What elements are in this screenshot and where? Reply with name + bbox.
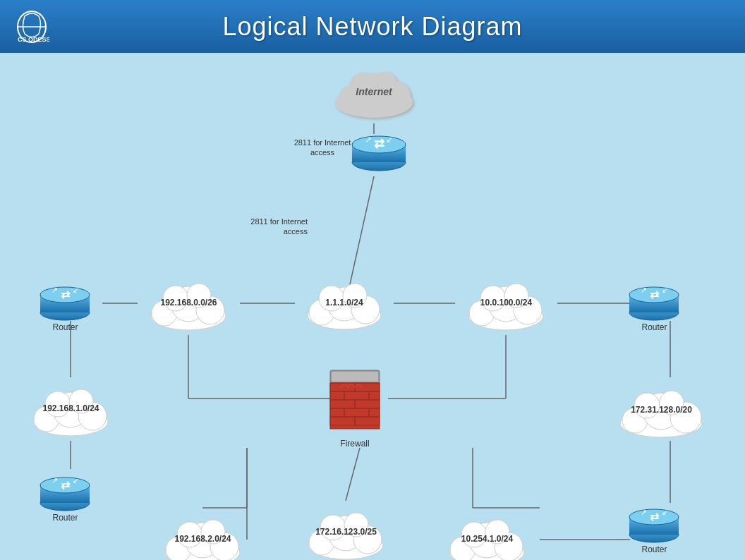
svg-text:↙: ↙ (386, 135, 393, 145)
cloud-center-label: 1.1.1.0/24 (325, 298, 363, 309)
firewall-label: Firewall (340, 439, 369, 449)
header: CS ODESSA Logical Network Diagram (0, 0, 745, 53)
cloud-right-bottom: 172.31.128.0/20 (607, 379, 716, 442)
svg-text:⇄: ⇄ (374, 137, 384, 151)
cloud-br: 10.254.1.0/24 (436, 508, 538, 560)
cloud-bm: 172.16.123.0/25 (295, 501, 397, 560)
router-top: ⇄ ↗ ↙ 2811 for Internet access (347, 127, 411, 193)
cloud-left: 192.168.0.0/26 (138, 272, 240, 335)
svg-text:⇄: ⇄ (650, 288, 660, 300)
svg-line-19 (346, 448, 360, 501)
logo-icon: CS ODESSA (14, 9, 49, 44)
internet-cloud: Internet (325, 60, 423, 123)
logo-area: CS ODESSA (14, 9, 49, 44)
router-right-top-label: Router (641, 322, 667, 332)
svg-text:↗: ↗ (52, 286, 58, 294)
internet-label: Internet (356, 85, 392, 98)
firewall-node: Firewall (323, 367, 387, 449)
cloud-left-bottom: 192.168.1.0/24 (20, 377, 122, 441)
diagram: Internet ⇄ ↗ ↙ 2811 for Internet access (0, 53, 745, 560)
router-right-bottom-label: Router (641, 544, 667, 554)
router-left-bottom-label: Router (52, 513, 78, 523)
svg-text:⇄: ⇄ (61, 288, 71, 300)
cloud-left-label: 192.168.0.0/26 (160, 298, 217, 309)
router-right-bottom: ⇄ ↗ ↙ Router (628, 501, 681, 554)
router-top-note: 2811 for Internet access (291, 138, 354, 158)
cloud-bl: 192.168.2.0/24 (152, 508, 254, 560)
router-top-note-text: 2811 for Internet access (237, 217, 308, 237)
svg-text:↙: ↙ (73, 286, 79, 294)
cloud-right-label: 10.0.100.0/24 (480, 298, 532, 309)
svg-rect-91 (332, 372, 378, 382)
cloud-bm-label: 172.16.123.0/25 (315, 527, 377, 538)
svg-text:↗: ↗ (641, 286, 647, 294)
svg-text:↗: ↗ (641, 508, 647, 516)
svg-text:↗: ↗ (52, 476, 58, 485)
cloud-br-label: 10.254.1.0/24 (461, 534, 513, 545)
svg-text:⇄: ⇄ (61, 479, 71, 491)
svg-text:↙: ↙ (662, 508, 668, 516)
svg-text:↙: ↙ (73, 476, 79, 485)
router-left-top: ⇄ ↗ ↙ Router (39, 279, 92, 332)
cloud-right-bottom-label: 172.31.128.0/20 (631, 405, 692, 416)
svg-text:↙: ↙ (662, 286, 668, 294)
router-top-icon: ⇄ ↗ ↙ (351, 127, 407, 173)
svg-text:⇄: ⇄ (650, 511, 660, 523)
cloud-center: 1.1.1.0/24 (295, 272, 394, 335)
router-left-bottom: ⇄ ↗ ↙ Router (39, 469, 92, 523)
cloud-bl-label: 192.168.2.0/24 (174, 534, 231, 545)
svg-text:CS ODESSA: CS ODESSA (18, 36, 49, 43)
router-left-top-label: Router (52, 322, 78, 332)
cloud-left-bottom-label: 192.168.1.0/24 (42, 403, 99, 415)
header-title: Logical Network Diagram (222, 12, 522, 42)
cloud-right: 10.0.100.0/24 (455, 272, 557, 335)
svg-text:↗: ↗ (365, 135, 372, 145)
router-right-top: ⇄ ↗ ↙ Router (628, 279, 681, 332)
firewall-icon (323, 367, 387, 437)
